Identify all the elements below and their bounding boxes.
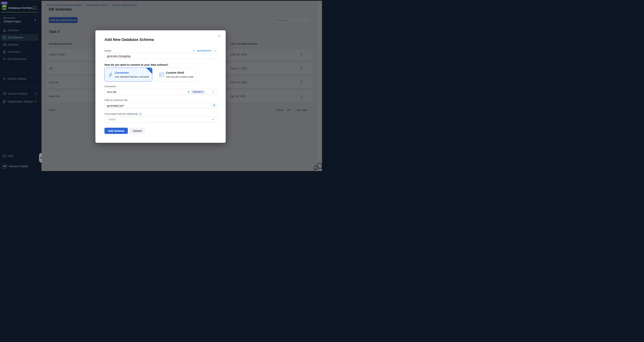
project-name: Default Project (4, 20, 21, 23)
sidebar-item-project-settings[interactable]: Project Settings (0, 75, 42, 82)
gear-icon (2, 77, 6, 81)
sidebar-item-overview[interactable]: Overview (0, 27, 42, 34)
chevron-down-icon (212, 119, 214, 120)
help-chat-icon: ? (2, 154, 6, 158)
sidebar-item-label: Overview (8, 29, 19, 32)
browser-chrome-strip (0, 0, 322, 1)
collapse-arrow-icon (40, 157, 41, 159)
option-desc: Use standard Harness connector (115, 75, 149, 78)
path-label: Path to Schema File (104, 99, 128, 101)
info-icon[interactable] (139, 113, 142, 115)
option-title: Connector (115, 71, 129, 74)
sidebar-item-help[interactable]: ? Help (0, 153, 42, 159)
path-value: generated.yml (107, 104, 124, 107)
modal-title: Add New Database Schema (104, 37, 154, 42)
sidebar-item-executions[interactable]: Executions (0, 48, 42, 55)
sidebar-item-label: Executions (8, 50, 20, 53)
check-icon: ✓ (150, 68, 152, 71)
service-placeholder: - Select - (107, 118, 212, 121)
sidebar-item-db-governance[interactable]: DB Governance (0, 55, 42, 62)
product-title: Database DevOps (8, 6, 32, 9)
org-chart-gear-icon (2, 100, 6, 103)
info-icon[interactable]: i (35, 92, 37, 95)
cancel-button[interactable]: Cancel (129, 128, 145, 134)
chevron-down-icon (212, 91, 214, 93)
connection-question: How do you want to connect to your data … (104, 63, 168, 66)
close-icon[interactable] (217, 34, 222, 38)
connector-value: mux-sql (107, 90, 186, 93)
user-name: Animesh Pathak (9, 165, 28, 168)
chat-widget-icon[interactable] (313, 162, 322, 171)
sidebar-item-label: Pipelines (8, 43, 18, 46)
sidebar-item-label: DB Schemas (8, 36, 23, 39)
option-desc: Use my own custom script (166, 75, 194, 78)
pin-icon (212, 104, 215, 107)
sidebar-item-label: Help (8, 154, 13, 157)
brand-divider (1, 12, 38, 12)
home-icon (2, 29, 6, 32)
sidebar-item-organization-settings[interactable]: Organization Settings i (0, 98, 42, 105)
service-label-row: Associated Service (Optional) (104, 112, 142, 115)
service-label: Associated Service (Optional) (104, 112, 138, 115)
option-card-custom-shell[interactable]: Custom Shell Use my own custom script (156, 68, 197, 81)
terminal-icon (159, 72, 164, 77)
sidebar-divider (1, 72, 38, 72)
governance-gear-icon (2, 57, 6, 61)
name-input[interactable]: generate-changelog (104, 53, 216, 59)
module-grid-icon[interactable] (33, 6, 36, 10)
sidebar: NEW Database DevOps PROJECT Default Proj… (0, 1, 42, 171)
path-input[interactable]: generated.yml (104, 103, 216, 108)
pipelines-icon (2, 43, 6, 46)
option-title: Custom Shell (166, 71, 184, 74)
add-schema-button[interactable]: Add Schema (104, 128, 128, 134)
project-scope-label: PROJECT (6, 17, 16, 19)
sidebar-divider (1, 87, 38, 87)
info-icon[interactable]: i (35, 100, 37, 103)
sidebar-collapse-handle[interactable] (39, 153, 42, 163)
entity-id-row: Id : generatecha... (193, 49, 216, 52)
runtime-input-pin[interactable] (211, 103, 216, 108)
db-schemas-icon (2, 36, 6, 39)
name-value: generate-changelog (107, 55, 130, 58)
scope-tag: PROJECT (191, 90, 205, 94)
project-selector[interactable]: PROJECT Default Project (1, 15, 38, 24)
connector-label: Connector (104, 85, 116, 88)
user-menu[interactable]: AP Animesh Pathak (0, 163, 42, 170)
new-badge: NEW (1, 1, 8, 4)
executions-icon (2, 50, 6, 54)
sidebar-item-pipelines[interactable]: Pipelines (0, 41, 42, 48)
cube-icon (4, 17, 6, 19)
sidebar-item-label: Organization Settings (8, 100, 33, 103)
sidebar-item-label: Account Settings (8, 92, 28, 95)
id-value-link[interactable]: generatecha... (197, 49, 213, 52)
service-select[interactable]: - Select - (104, 116, 216, 122)
avatar: AP (2, 164, 7, 169)
id-prefix: Id : (193, 49, 196, 52)
edit-pencil-icon[interactable] (214, 49, 216, 52)
layers-gear-icon (2, 92, 6, 95)
scope-dot (188, 91, 189, 92)
name-label: Name (104, 49, 111, 52)
sidebar-item-label: Project Settings (8, 77, 26, 80)
connector-arrows-icon (108, 72, 113, 77)
sidebar-item-account-settings[interactable]: Account Settings i (0, 90, 42, 97)
chevron-right-icon (34, 19, 36, 21)
option-card-connector[interactable]: ✓ Connector Use standard Harness connect… (104, 68, 152, 81)
sidebar-item-label: DB Governance (8, 57, 26, 60)
add-schema-modal: Add New Database Schema Name Id : genera… (96, 30, 226, 143)
database-devops-logo-icon (1, 4, 7, 10)
svg-text:?: ? (4, 155, 4, 156)
sidebar-item-db-schemas[interactable]: DB Schemas (0, 34, 42, 41)
connector-select[interactable]: mux-sql PROJECT (104, 89, 216, 95)
